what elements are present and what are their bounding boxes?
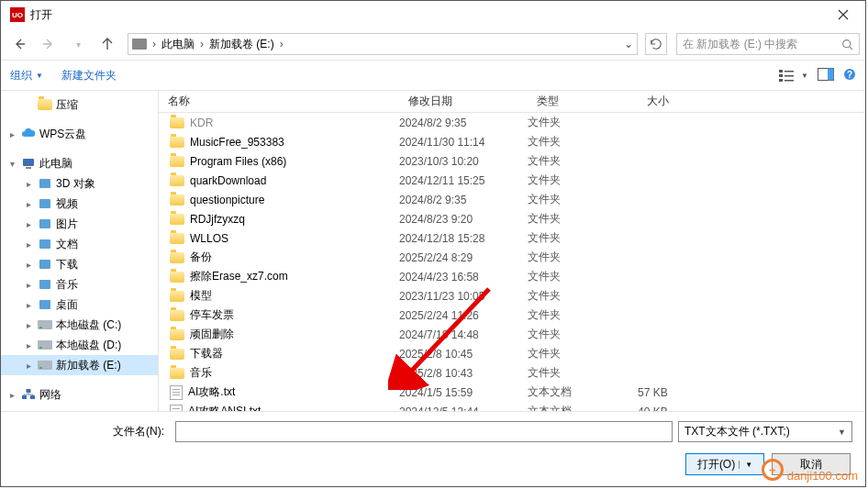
file-list[interactable]: KDR2024/8/2 9:35文件夹MusicFree_9533832024/… xyxy=(159,113,865,411)
breadcrumb[interactable]: 新加载卷 (E:) xyxy=(209,37,274,52)
file-type: 文件夹 xyxy=(528,288,638,304)
breadcrumb[interactable]: 此电脑 xyxy=(161,37,195,52)
new-folder-button[interactable]: 新建文件夹 xyxy=(61,68,117,83)
chevron-down-icon: ▼ xyxy=(36,72,43,80)
column-header-date[interactable]: 修改日期 xyxy=(399,94,528,109)
dialog-footer: 文件名(N): TXT文本文件 (*.TXT;) ▼ 打开(O) ▼ 取消 xyxy=(1,411,865,486)
svg-rect-4 xyxy=(785,71,794,72)
file-type-filter[interactable]: TXT文本文件 (*.TXT;) ▼ xyxy=(678,421,852,442)
view-mode-button[interactable]: ▼ xyxy=(779,69,808,82)
file-row[interactable]: WLLOS2024/12/18 15:28文件夹 xyxy=(159,228,865,248)
gen-icon xyxy=(38,176,52,191)
file-row[interactable]: 备份2025/2/24 8:29文件夹 xyxy=(159,248,865,267)
expand-icon[interactable]: ▸ xyxy=(23,320,34,330)
tree-item[interactable]: ▸文档 xyxy=(1,234,158,254)
recent-dropdown[interactable]: ▾ xyxy=(65,31,91,57)
expand-icon[interactable]: ▸ xyxy=(23,219,34,229)
back-button[interactable] xyxy=(6,31,32,57)
file-row[interactable]: 音乐2025/2/8 10:43文件夹 xyxy=(159,363,865,383)
tree-item-label: 本地磁盘 (D:) xyxy=(56,338,121,353)
tree-item[interactable]: ▸3D 对象 xyxy=(1,173,158,194)
close-button[interactable] xyxy=(825,2,862,28)
column-header-size[interactable]: 大小 xyxy=(638,94,748,109)
tree-item[interactable]: 压缩 xyxy=(1,94,158,115)
organize-menu[interactable]: 组织▼ xyxy=(10,68,43,83)
tree-item[interactable]: ▸图片 xyxy=(1,214,158,234)
tree-item[interactable]: ▸网络 xyxy=(1,384,158,405)
tree-item[interactable]: ▸WPS云盘 xyxy=(1,124,158,144)
file-row[interactable]: 擦除Erase_xz7.com2024/4/23 16:58文件夹 xyxy=(159,267,865,286)
cloud-icon xyxy=(21,127,36,141)
svg-rect-18 xyxy=(39,280,50,289)
watermark-logo-icon: + xyxy=(762,459,784,481)
open-button[interactable]: 打开(O) ▼ xyxy=(685,453,764,475)
folder-icon xyxy=(170,349,184,360)
file-date: 2024/12/11 15:25 xyxy=(399,174,528,187)
file-row[interactable]: quarkDownload2024/12/11 15:25文件夹 xyxy=(159,171,865,190)
arrow-right-icon xyxy=(41,37,56,51)
file-row[interactable]: AI攻略.txt2024/1/5 15:59文本文档57 KB xyxy=(159,383,865,402)
expand-icon[interactable]: ▸ xyxy=(23,199,34,209)
expand-icon[interactable]: ▸ xyxy=(23,361,34,371)
preview-pane-button[interactable] xyxy=(818,68,834,83)
svg-rect-3 xyxy=(779,79,783,82)
forward-button[interactable] xyxy=(36,31,61,57)
file-row[interactable]: Program Files (x86)2023/10/3 10:20文件夹 xyxy=(159,151,865,171)
up-button[interactable] xyxy=(95,31,120,57)
tree-item[interactable]: ▾此电脑 xyxy=(1,153,158,173)
expand-icon[interactable]: ▸ xyxy=(23,340,34,350)
address-dropdown[interactable]: ⌄ xyxy=(624,38,633,50)
window-title: 打开 xyxy=(30,7,52,23)
folder-icon xyxy=(170,329,184,340)
file-date: 2025/2/24 11:26 xyxy=(399,309,528,322)
expand-icon[interactable]: ▸ xyxy=(23,260,34,270)
file-name: AI攻略.txt xyxy=(188,384,235,400)
file-date: 2023/11/23 10:05 xyxy=(399,290,528,303)
expand-icon[interactable]: ▸ xyxy=(23,300,34,310)
file-row[interactable]: questionpicture2024/8/2 9:35文件夹 xyxy=(159,190,865,209)
titlebar: UO 打开 xyxy=(1,1,865,28)
file-date: 2025/2/8 10:45 xyxy=(399,348,528,361)
tree-item[interactable]: ▸桌面 xyxy=(1,295,158,315)
file-type: 文本文档 xyxy=(528,384,638,400)
file-row[interactable]: 顽固删除2024/7/18 14:48文件夹 xyxy=(159,325,865,344)
file-row[interactable]: AI攻略ANSI.txt2024/12/5 13:44文本文档40 KB xyxy=(159,402,865,411)
column-header-name[interactable]: 名称 xyxy=(159,94,399,109)
tree-item[interactable]: ▸音乐 xyxy=(1,274,158,295)
expand-icon[interactable]: ▸ xyxy=(6,390,17,400)
file-date: 2023/10/3 10:20 xyxy=(399,155,528,168)
column-header-type[interactable]: 类型 xyxy=(528,94,638,109)
expand-icon[interactable]: ▸ xyxy=(6,129,17,139)
folder-icon xyxy=(170,194,184,206)
filename-input[interactable] xyxy=(175,421,673,442)
file-type: 文件夹 xyxy=(528,307,638,323)
file-type: 文本文档 xyxy=(528,404,638,411)
folder-tree[interactable]: 压缩▸WPS云盘▾此电脑▸3D 对象▸视频▸图片▸文档▸下载▸音乐▸桌面▸本地磁… xyxy=(1,91,159,411)
arrow-up-icon xyxy=(100,37,115,51)
search-placeholder: 在 新加载卷 (E:) 中搜索 xyxy=(683,37,797,52)
tree-item[interactable]: ▸视频 xyxy=(1,194,158,214)
refresh-button[interactable] xyxy=(645,33,667,55)
expand-icon[interactable]: ▾ xyxy=(6,159,17,169)
search-input[interactable]: 在 新加载卷 (E:) 中搜索 xyxy=(676,33,860,55)
expand-icon[interactable]: ▸ xyxy=(23,280,34,290)
tree-item[interactable]: ▸新加载卷 (E:) xyxy=(1,355,158,375)
file-name: KDR xyxy=(190,117,213,129)
help-button[interactable]: ? xyxy=(843,68,856,83)
tree-item[interactable]: ▸下载 xyxy=(1,254,158,274)
file-row[interactable]: KDR2024/8/2 9:35文件夹 xyxy=(159,113,865,132)
file-row[interactable]: 停车发票2025/2/24 11:26文件夹 xyxy=(159,306,865,325)
tree-item[interactable]: ▸本地磁盘 (D:) xyxy=(1,335,158,355)
file-row[interactable]: MusicFree_9533832024/11/30 11:14文件夹 xyxy=(159,132,865,151)
file-row[interactable]: 下载器2025/2/8 10:45文件夹 xyxy=(159,344,865,363)
expand-icon[interactable]: ▸ xyxy=(23,239,34,250)
address-bar[interactable]: 此电脑 新加载卷 (E:) ⌄ xyxy=(128,33,638,55)
tree-item[interactable]: ▸本地磁盘 (C:) xyxy=(1,315,158,335)
file-date: 2024/11/30 11:14 xyxy=(399,136,528,149)
list-view-icon xyxy=(779,69,799,82)
file-row[interactable]: RDJjfzyxzq2024/8/23 9:20文件夹 xyxy=(159,209,865,228)
file-date: 2024/8/2 9:35 xyxy=(399,194,528,206)
chevron-right-icon xyxy=(152,38,156,50)
expand-icon[interactable]: ▸ xyxy=(23,179,34,189)
file-row[interactable]: 模型2023/11/23 10:05文件夹 xyxy=(159,286,865,306)
